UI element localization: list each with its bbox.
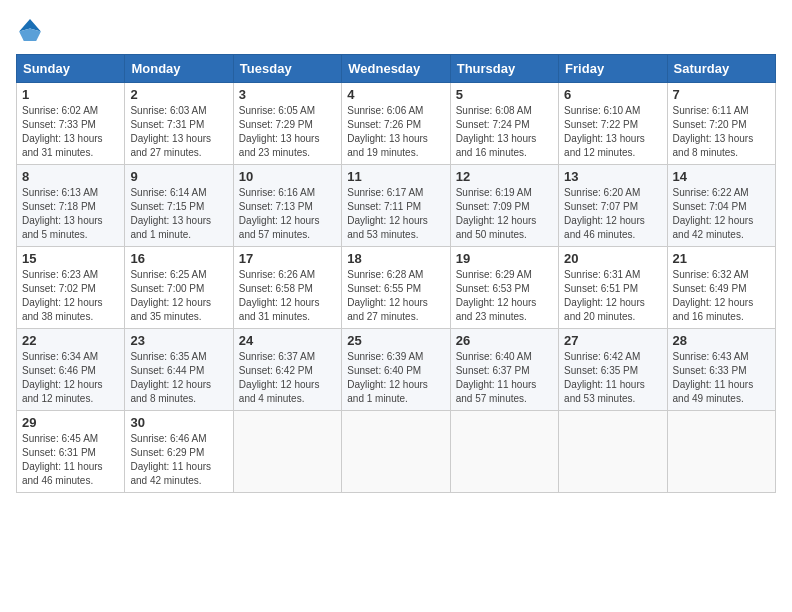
day-number: 26 xyxy=(456,333,553,348)
day-number: 13 xyxy=(564,169,661,184)
sunset-label: Sunset: 7:26 PM xyxy=(347,119,421,130)
sunset-label: Sunset: 7:15 PM xyxy=(130,201,204,212)
daylight-label: Daylight: 12 hours and 57 minutes. xyxy=(239,215,320,240)
sunrise-label: Sunrise: 6:31 AM xyxy=(564,269,640,280)
day-info: Sunrise: 6:32 AM Sunset: 6:49 PM Dayligh… xyxy=(673,268,770,324)
day-info: Sunrise: 6:35 AM Sunset: 6:44 PM Dayligh… xyxy=(130,350,227,406)
sunset-label: Sunset: 7:13 PM xyxy=(239,201,313,212)
sunset-label: Sunset: 6:33 PM xyxy=(673,365,747,376)
sunset-label: Sunset: 6:29 PM xyxy=(130,447,204,458)
day-number: 24 xyxy=(239,333,336,348)
calendar-table: SundayMondayTuesdayWednesdayThursdayFrid… xyxy=(16,54,776,493)
sunrise-label: Sunrise: 6:37 AM xyxy=(239,351,315,362)
sunset-label: Sunset: 7:22 PM xyxy=(564,119,638,130)
sunrise-label: Sunrise: 6:14 AM xyxy=(130,187,206,198)
daylight-label: Daylight: 13 hours and 23 minutes. xyxy=(239,133,320,158)
sunrise-label: Sunrise: 6:05 AM xyxy=(239,105,315,116)
weekday-header-row: SundayMondayTuesdayWednesdayThursdayFrid… xyxy=(17,55,776,83)
day-number: 3 xyxy=(239,87,336,102)
calendar-cell: 9 Sunrise: 6:14 AM Sunset: 7:15 PM Dayli… xyxy=(125,165,233,247)
calendar-cell: 16 Sunrise: 6:25 AM Sunset: 7:00 PM Dayl… xyxy=(125,247,233,329)
sunrise-label: Sunrise: 6:06 AM xyxy=(347,105,423,116)
daylight-label: Daylight: 12 hours and 27 minutes. xyxy=(347,297,428,322)
calendar-cell xyxy=(233,411,341,493)
day-number: 4 xyxy=(347,87,444,102)
sunset-label: Sunset: 7:00 PM xyxy=(130,283,204,294)
sunset-label: Sunset: 7:04 PM xyxy=(673,201,747,212)
daylight-label: Daylight: 12 hours and 31 minutes. xyxy=(239,297,320,322)
day-info: Sunrise: 6:14 AM Sunset: 7:15 PM Dayligh… xyxy=(130,186,227,242)
sunrise-label: Sunrise: 6:29 AM xyxy=(456,269,532,280)
day-number: 15 xyxy=(22,251,119,266)
sunrise-label: Sunrise: 6:45 AM xyxy=(22,433,98,444)
calendar-cell: 24 Sunrise: 6:37 AM Sunset: 6:42 PM Dayl… xyxy=(233,329,341,411)
page-header xyxy=(16,16,776,44)
sunset-label: Sunset: 7:09 PM xyxy=(456,201,530,212)
day-number: 18 xyxy=(347,251,444,266)
day-info: Sunrise: 6:08 AM Sunset: 7:24 PM Dayligh… xyxy=(456,104,553,160)
daylight-label: Daylight: 13 hours and 5 minutes. xyxy=(22,215,103,240)
day-info: Sunrise: 6:31 AM Sunset: 6:51 PM Dayligh… xyxy=(564,268,661,324)
weekday-header-sunday: Sunday xyxy=(17,55,125,83)
daylight-label: Daylight: 12 hours and 35 minutes. xyxy=(130,297,211,322)
calendar-cell: 6 Sunrise: 6:10 AM Sunset: 7:22 PM Dayli… xyxy=(559,83,667,165)
daylight-label: Daylight: 12 hours and 16 minutes. xyxy=(673,297,754,322)
day-info: Sunrise: 6:05 AM Sunset: 7:29 PM Dayligh… xyxy=(239,104,336,160)
day-number: 27 xyxy=(564,333,661,348)
calendar-cell: 20 Sunrise: 6:31 AM Sunset: 6:51 PM Dayl… xyxy=(559,247,667,329)
sunrise-label: Sunrise: 6:26 AM xyxy=(239,269,315,280)
day-number: 25 xyxy=(347,333,444,348)
calendar-cell xyxy=(667,411,775,493)
sunrise-label: Sunrise: 6:42 AM xyxy=(564,351,640,362)
day-info: Sunrise: 6:20 AM Sunset: 7:07 PM Dayligh… xyxy=(564,186,661,242)
sunset-label: Sunset: 7:07 PM xyxy=(564,201,638,212)
calendar-cell: 23 Sunrise: 6:35 AM Sunset: 6:44 PM Dayl… xyxy=(125,329,233,411)
calendar-cell: 18 Sunrise: 6:28 AM Sunset: 6:55 PM Dayl… xyxy=(342,247,450,329)
sunrise-label: Sunrise: 6:32 AM xyxy=(673,269,749,280)
sunrise-label: Sunrise: 6:16 AM xyxy=(239,187,315,198)
sunset-label: Sunset: 6:55 PM xyxy=(347,283,421,294)
day-info: Sunrise: 6:02 AM Sunset: 7:33 PM Dayligh… xyxy=(22,104,119,160)
day-number: 14 xyxy=(673,169,770,184)
daylight-label: Daylight: 12 hours and 38 minutes. xyxy=(22,297,103,322)
sunrise-label: Sunrise: 6:34 AM xyxy=(22,351,98,362)
daylight-label: Daylight: 12 hours and 23 minutes. xyxy=(456,297,537,322)
calendar-cell: 15 Sunrise: 6:23 AM Sunset: 7:02 PM Dayl… xyxy=(17,247,125,329)
calendar-cell: 2 Sunrise: 6:03 AM Sunset: 7:31 PM Dayli… xyxy=(125,83,233,165)
daylight-label: Daylight: 11 hours and 53 minutes. xyxy=(564,379,645,404)
sunset-label: Sunset: 7:31 PM xyxy=(130,119,204,130)
calendar-cell: 13 Sunrise: 6:20 AM Sunset: 7:07 PM Dayl… xyxy=(559,165,667,247)
sunrise-label: Sunrise: 6:10 AM xyxy=(564,105,640,116)
sunset-label: Sunset: 6:40 PM xyxy=(347,365,421,376)
sunrise-label: Sunrise: 6:28 AM xyxy=(347,269,423,280)
day-info: Sunrise: 6:10 AM Sunset: 7:22 PM Dayligh… xyxy=(564,104,661,160)
day-number: 22 xyxy=(22,333,119,348)
sunset-label: Sunset: 7:24 PM xyxy=(456,119,530,130)
calendar-cell: 3 Sunrise: 6:05 AM Sunset: 7:29 PM Dayli… xyxy=(233,83,341,165)
sunset-label: Sunset: 6:58 PM xyxy=(239,283,313,294)
day-info: Sunrise: 6:03 AM Sunset: 7:31 PM Dayligh… xyxy=(130,104,227,160)
calendar-week-3: 15 Sunrise: 6:23 AM Sunset: 7:02 PM Dayl… xyxy=(17,247,776,329)
day-number: 7 xyxy=(673,87,770,102)
calendar-cell: 28 Sunrise: 6:43 AM Sunset: 6:33 PM Dayl… xyxy=(667,329,775,411)
calendar-cell: 11 Sunrise: 6:17 AM Sunset: 7:11 PM Dayl… xyxy=(342,165,450,247)
day-info: Sunrise: 6:16 AM Sunset: 7:13 PM Dayligh… xyxy=(239,186,336,242)
day-number: 20 xyxy=(564,251,661,266)
daylight-label: Daylight: 13 hours and 8 minutes. xyxy=(673,133,754,158)
sunrise-label: Sunrise: 6:17 AM xyxy=(347,187,423,198)
day-info: Sunrise: 6:42 AM Sunset: 6:35 PM Dayligh… xyxy=(564,350,661,406)
day-number: 9 xyxy=(130,169,227,184)
sunrise-label: Sunrise: 6:35 AM xyxy=(130,351,206,362)
day-info: Sunrise: 6:11 AM Sunset: 7:20 PM Dayligh… xyxy=(673,104,770,160)
sunrise-label: Sunrise: 6:43 AM xyxy=(673,351,749,362)
day-number: 8 xyxy=(22,169,119,184)
day-info: Sunrise: 6:25 AM Sunset: 7:00 PM Dayligh… xyxy=(130,268,227,324)
sunset-label: Sunset: 6:37 PM xyxy=(456,365,530,376)
day-info: Sunrise: 6:22 AM Sunset: 7:04 PM Dayligh… xyxy=(673,186,770,242)
day-number: 6 xyxy=(564,87,661,102)
day-info: Sunrise: 6:19 AM Sunset: 7:09 PM Dayligh… xyxy=(456,186,553,242)
sunrise-label: Sunrise: 6:11 AM xyxy=(673,105,749,116)
sunrise-label: Sunrise: 6:19 AM xyxy=(456,187,532,198)
sunset-label: Sunset: 7:18 PM xyxy=(22,201,96,212)
day-number: 11 xyxy=(347,169,444,184)
